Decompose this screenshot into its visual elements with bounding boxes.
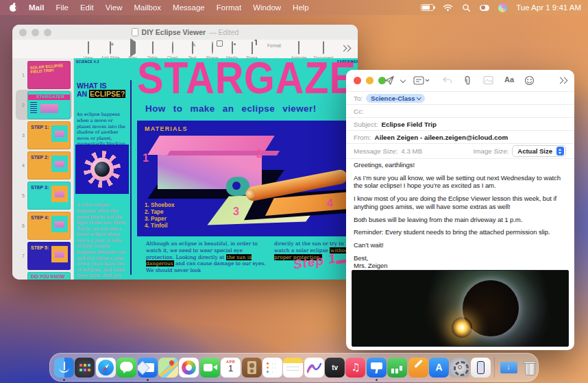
dock-app-store[interactable]: A	[429, 358, 449, 378]
slide-thumbnail-2[interactable]: STARGAZER	[27, 91, 71, 119]
menu-format[interactable]: Format	[217, 3, 241, 12]
close-button[interactable]	[354, 77, 361, 84]
dock-trash[interactable]	[519, 358, 539, 378]
view-button[interactable]: View	[78, 42, 98, 60]
emoji-icon[interactable]	[524, 75, 535, 86]
slide-row-5: 5 STEP 3:	[16, 180, 72, 210]
apple-menu-icon[interactable]	[10, 3, 17, 12]
message-size-value: 4.3 MB	[401, 147, 422, 155]
dock-freeform[interactable]	[304, 358, 324, 378]
menu-app-mail[interactable]: Mail	[29, 3, 44, 12]
sun-illustration	[75, 145, 129, 194]
format-button[interactable]: Format	[262, 42, 286, 48]
format-text-button[interactable]: Aa	[504, 75, 514, 84]
dock-photos[interactable]	[179, 358, 199, 378]
share-button[interactable]: Share	[242, 42, 262, 60]
animate-button[interactable]: Animate	[286, 42, 311, 60]
chart-button[interactable]: Chart	[162, 42, 182, 60]
body-signoff: Best,	[354, 254, 567, 262]
dock-facetime[interactable]	[200, 358, 220, 378]
minimize-button[interactable]	[366, 77, 373, 84]
menu-edit[interactable]: Edit	[80, 3, 94, 12]
dock-launchpad[interactable]	[75, 358, 95, 378]
eclipse-photo-attachment[interactable]	[352, 270, 569, 347]
dock-pages[interactable]	[408, 358, 428, 378]
dropdown-stepper-icon	[556, 147, 564, 156]
slide-row-3: 3 STEP 1:	[16, 120, 72, 150]
slide-row-2-selected: 2 STARGAZER	[16, 90, 72, 120]
dock-music[interactable]: ♫	[345, 358, 365, 378]
play-button[interactable]: Play	[123, 42, 143, 60]
dock-apple-tv[interactable]: tv	[325, 358, 345, 378]
slide-thumbnail-4[interactable]: STEP 2:	[27, 151, 71, 180]
attach-icon[interactable]	[463, 75, 472, 86]
battery-icon[interactable]	[421, 4, 434, 11]
menu-help[interactable]: Help	[293, 3, 309, 12]
menu-view[interactable]: View	[106, 3, 123, 12]
dock-calendar[interactable]: APR1	[221, 358, 241, 378]
dock-notes[interactable]	[283, 358, 303, 378]
menu-file[interactable]: File	[56, 3, 69, 12]
menu-message[interactable]: Message	[173, 3, 205, 12]
add-slide-button[interactable]: Add Slide	[98, 42, 123, 60]
material-number-3: 3	[233, 206, 239, 218]
text-button[interactable]: Text	[182, 42, 202, 60]
mail-message-body[interactable]: Greetings, earthlings! As I’m sure you a…	[354, 161, 567, 269]
animate-icon	[298, 41, 299, 54]
dock-safari[interactable]	[96, 358, 116, 378]
image-size-dropdown[interactable]: Actual Size	[512, 145, 566, 157]
search-icon[interactable]	[462, 3, 471, 12]
close-button[interactable]	[19, 29, 27, 36]
slide-thumbnail-1[interactable]: SOLAR ECLIPSE FIELD TRIP!	[27, 61, 71, 89]
dock-iphone-mirroring[interactable]	[471, 358, 491, 378]
token-chevron-icon	[417, 95, 421, 99]
dock-mail[interactable]	[138, 358, 158, 378]
table-icon	[152, 41, 154, 54]
dock-finder[interactable]	[54, 358, 74, 378]
menu-window[interactable]: Window	[253, 3, 281, 12]
dock-messages[interactable]	[117, 358, 136, 378]
slide-thumbnail-5[interactable]: STEP 3:	[27, 182, 71, 210]
dock-numbers[interactable]	[387, 358, 407, 378]
minimize-button[interactable]	[32, 29, 39, 36]
send-options-chevron-icon[interactable]	[400, 77, 406, 83]
siri-icon[interactable]	[498, 3, 507, 12]
dock-system-settings[interactable]	[450, 358, 469, 378]
toolbar-overflow-chevron-icon[interactable]	[558, 77, 567, 84]
wifi-icon[interactable]	[443, 3, 453, 12]
cc-field[interactable]: Cc:	[346, 104, 574, 118]
slide-thumbnail-8[interactable]: DID YOU KNOW	[27, 272, 71, 280]
slide-thumbnail-6[interactable]: STEP 4:	[27, 212, 71, 240]
shape-button[interactable]: Shape	[202, 42, 222, 60]
subject-field[interactable]: Subject: Eclipse Field Trip	[346, 117, 574, 131]
toolbar-overflow-chevron-icon[interactable]	[341, 45, 351, 52]
document-proxy-icon	[132, 28, 138, 36]
slide-thumbnail-3[interactable]: STEP 1:	[27, 121, 71, 149]
menu-bar-clock[interactable]: Tue Apr 1 9:41 AM	[516, 3, 581, 12]
dock: APR1 tv ♫ A	[49, 353, 539, 382]
apple-leaf	[12, 3, 15, 6]
dock-reminders[interactable]	[262, 358, 282, 378]
recipient-token[interactable]: Science-Class	[366, 94, 425, 103]
dock-keynote[interactable]	[367, 358, 387, 378]
from-field[interactable]: From: Aileen Zeigen - aileen.zeigen@iclo…	[346, 130, 574, 144]
to-field[interactable]: To: Science-Class	[346, 91, 574, 105]
header-fields-icon[interactable]	[413, 75, 430, 86]
body-paragraph: I know most of you are doing the Eclipse…	[354, 195, 567, 210]
dock-contacts[interactable]	[242, 358, 262, 378]
zoom-button[interactable]	[44, 29, 51, 36]
slide-thumbnail-7[interactable]: STEP 5:	[27, 242, 71, 270]
menu-mailbox[interactable]: Mailbox	[134, 3, 161, 12]
materials-panel: MATERIALS 1 2 3 4 1. Shoebox	[137, 121, 358, 236]
keynote-titlebar: DIY Eclipse Viewer — Edited	[12, 25, 358, 40]
document-button[interactable]: Document	[311, 42, 336, 60]
control-center-icon[interactable]	[480, 5, 489, 11]
dock-downloads[interactable]	[499, 358, 519, 378]
slide-navigator: 1 SOLAR ECLIPSE FIELD TRIP! 2 STARGAZER …	[12, 58, 74, 280]
dock-maps[interactable]	[158, 358, 178, 378]
send-icon[interactable]	[384, 75, 395, 86]
slide-canvas[interactable]: SCIENCE 4.2 EXPERIMENT #11 WHAT IS AN EC…	[74, 58, 358, 280]
media-button[interactable]: Media	[222, 42, 242, 60]
from-value: Aileen Zeigen - aileen.zeigen@icloud.com	[375, 134, 509, 141]
table-button[interactable]: Table	[143, 42, 162, 60]
